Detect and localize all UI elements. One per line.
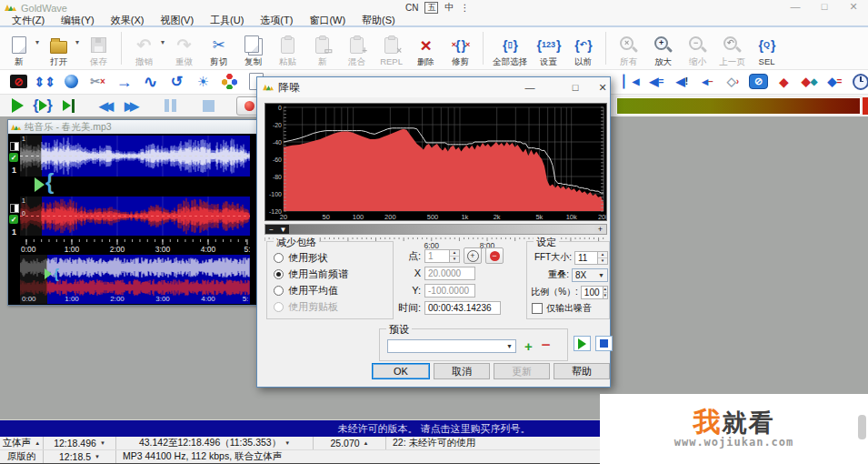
time-input[interactable]: 00:00:43.14236 [424,301,501,315]
preset-add-button[interactable]: + [524,338,533,354]
close-button[interactable]: ✕ [848,1,859,13]
play-selection-button[interactable]: {} [33,96,53,115]
channel1-pan-icon[interactable] [10,142,19,151]
scroll-plus-button[interactable]: + [594,225,606,234]
replace-button[interactable]: ×REPL [376,29,406,67]
ok-button[interactable]: OK [372,363,430,379]
preset-delete-button[interactable]: − [542,337,551,355]
waveform-channel-2[interactable] [20,197,250,236]
y-input[interactable]: -100.0000 [424,284,475,298]
doppler-button[interactable] [60,71,83,92]
redo-button[interactable]: ↷重做 [169,29,199,67]
status-cell[interactable]: 25.070▲ [314,437,386,449]
add-point-button[interactable]: + [464,247,482,264]
play-position-marker[interactable] [35,177,45,192]
stop-button[interactable] [198,96,218,115]
save-button[interactable]: 保存 [84,29,114,67]
radio-icon[interactable] [274,302,284,312]
cancel-button[interactable]: 取消 [434,363,490,379]
monitor-button[interactable]: ⊘ [747,71,770,92]
fft-input[interactable]: 11 [574,251,598,265]
timer-button[interactable] [849,71,868,92]
help-button[interactable]: 帮助 [554,363,610,379]
overlap-select[interactable]: 8X [572,268,608,282]
point-input[interactable]: 1 [424,249,450,263]
rewind-to-start-button[interactable]: ▏◀ [620,71,643,92]
select-all-button[interactable]: {▯}全部选择 [491,29,529,67]
envelope-option-1[interactable]: 使用当前频谱 [274,268,393,280]
preview-stop-button[interactable] [595,336,613,351]
previous-selection-button[interactable]: {↶}以前 [568,29,598,67]
play-button[interactable] [7,96,27,115]
scale-spinner[interactable] [604,286,608,299]
channel2-enable-check[interactable]: ✓ [9,215,18,224]
cue-lines-button[interactable]: ◆= [823,71,846,92]
trim-button[interactable]: ×{}×修剪 [445,29,475,67]
minimize-button[interactable]: — [790,1,801,13]
status-cell[interactable]: 12:18.496▼ [44,437,116,449]
selection-start-marker[interactable]: { [45,169,54,195]
cut-button[interactable]: ✂剪切 [204,29,234,67]
paste-button[interactable]: 粘贴 [273,29,303,67]
paste-new-button[interactable]: ▭新 [307,29,337,67]
speaker-equal-button[interactable]: ◀= [645,71,668,92]
scroll-minus-button[interactable]: − [265,225,277,234]
x-input[interactable]: 20.0000 [424,267,475,280]
speaker-small-button[interactable]: ◂– [696,71,719,92]
menu-item[interactable]: 效果(X) [103,14,153,27]
copy-button[interactable]: 复制 [238,29,268,67]
offset-button[interactable]: → [113,71,135,92]
graph-scrollbar[interactable]: − ▼ + [264,224,607,235]
zoom-out-button[interactable]: −缩小 [683,29,713,67]
set-selection-button[interactable]: {123}设置 [534,29,564,67]
flanger-button[interactable]: ∿ [139,71,162,92]
sound-window-titlebar[interactable]: 纯音乐 - 春光美.mp3 [8,120,257,134]
pause-button[interactable] [160,96,180,115]
radio-icon[interactable] [274,286,284,296]
point-spinner[interactable] [450,249,460,263]
mechanize-button[interactable]: ✂× [86,71,109,92]
play-to-end-button[interactable] [58,96,78,115]
undo-button[interactable]: ↶撤销 [129,29,159,67]
dropdown-arrow-icon[interactable]: ▾ [75,38,79,46]
new-button[interactable]: 新 [4,29,34,67]
maximize-button[interactable]: □ [819,1,830,13]
effect-disable-button[interactable]: ⊘ [7,71,30,92]
fast-forward-button[interactable]: ▶▶ [122,96,142,115]
envelope-option-3[interactable]: 使用剪贴板 [274,301,393,313]
zoom-selection-button[interactable]: {Q}SEL [752,29,782,67]
overview-play-marker[interactable] [45,268,52,279]
ime-indicator[interactable]: CN五中⋮ [405,1,469,14]
menu-item[interactable]: 选项(T) [252,14,301,27]
remove-point-button[interactable]: − [485,247,504,264]
status-arrow-icon[interactable]: ▲ [364,440,369,446]
cue-red-button[interactable]: ◆ [773,71,795,92]
dialog-maximize-button[interactable]: □ [568,80,583,95]
status-arrow-icon[interactable]: ▼ [100,440,105,446]
scroll-down-button[interactable]: ▼ [277,225,289,234]
status-arrow-icon[interactable]: ▼ [284,440,290,446]
scale-input[interactable]: 100 [581,286,604,299]
status-arrow-icon[interactable]: ▼ [95,454,100,459]
status-arrow-icon[interactable]: ▲ [35,440,40,446]
filter-button[interactable]: ☀ [192,71,215,92]
channel1-enable-check[interactable]: ✓ [9,153,18,162]
status-cell[interactable]: 43.142至12:18.496（11:35.353）▼ [116,437,314,449]
menu-item[interactable]: 编辑(Y) [53,14,103,27]
update-button[interactable]: 更新 [494,363,550,379]
marker-arrow-button[interactable]: ◇› [722,71,744,92]
spectrum-envelope-graph[interactable]: 0-20-40-60-80-100-12020501002005001k2k5k… [264,103,607,221]
dialog-titlebar[interactable]: 降噪 [257,77,610,97]
rewind-button[interactable]: ◀◀ [96,96,116,115]
zoom-all-button[interactable]: ×所有 [614,29,644,67]
channel2-pan-icon[interactable] [10,204,19,213]
envelope-option-0[interactable]: 使用形状 [274,252,393,264]
status-cell[interactable]: 12:18.5▼ [44,450,116,463]
waveform-channel-1[interactable] [20,136,250,177]
mix-button[interactable]: +混合 [342,29,372,67]
dropdown-arrow-icon[interactable]: ▾ [35,38,39,46]
zoom-in-button[interactable]: +放大 [648,29,678,67]
dialog-close-button[interactable]: ✕ [595,80,610,95]
envelope-option-2[interactable]: 使用平均值 [274,285,393,297]
preset-select[interactable] [387,339,516,353]
